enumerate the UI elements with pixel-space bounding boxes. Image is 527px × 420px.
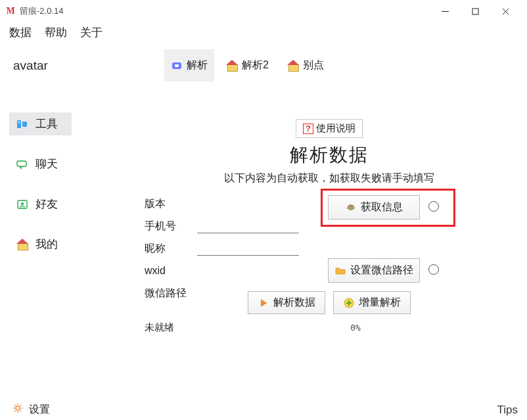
menu-help[interactable]: 帮助	[42, 24, 70, 41]
tools-icon	[16, 118, 29, 131]
sidebar-item-mine[interactable]: 我的	[9, 233, 72, 256]
sidebar-nav: 工具 聊天 好友	[9, 112, 118, 256]
main: avatar 工具 聊天	[0, 47, 527, 420]
get-info-button[interactable]: 获取信息	[328, 195, 420, 220]
set-wxpath-status-dot[interactable]	[428, 264, 439, 275]
set-wxpath-button[interactable]: 设置微信路径	[328, 258, 420, 283]
tab-parse2[interactable]: 解析2	[219, 49, 275, 82]
fingerprint-icon	[345, 202, 357, 214]
play-icon	[258, 297, 269, 309]
tab-label: 解析	[187, 58, 208, 72]
house-icon	[16, 238, 29, 251]
tips-link[interactable]: Tips	[497, 404, 518, 417]
status-row: 未就绪 0%	[145, 321, 514, 334]
settings-label: 设置	[29, 403, 50, 417]
menu-about[interactable]: 关于	[78, 24, 105, 41]
help-button[interactable]: ? 使用说明	[296, 119, 363, 138]
box-icon	[171, 60, 183, 72]
action-row: 解析数据 增量解析	[248, 291, 411, 314]
sidebar: avatar 工具 聊天	[0, 47, 118, 420]
label-wxpath: 微信路径	[145, 287, 197, 300]
get-info-label: 获取信息	[361, 200, 403, 214]
input-nickname[interactable]	[197, 241, 299, 256]
tabs: 解析 解析2 别点	[164, 49, 331, 82]
svg-point-5	[21, 202, 24, 205]
incremental-parse-button[interactable]: 增量解析	[333, 291, 411, 314]
label-version: 版本	[145, 197, 197, 211]
svg-rect-2	[22, 122, 27, 127]
sidebar-item-label: 工具	[35, 116, 58, 131]
friends-icon	[16, 198, 29, 211]
progress-text: 0%	[197, 323, 514, 333]
chat-icon	[16, 158, 29, 171]
tab-noclick[interactable]: 别点	[281, 49, 331, 82]
sidebar-item-tools[interactable]: 工具	[9, 112, 72, 135]
get-info-status-dot[interactable]	[428, 201, 439, 212]
folder-icon	[334, 265, 346, 277]
sidebar-item-chat[interactable]: 聊天	[9, 152, 72, 175]
content: 解析 解析2 别点 ? 使用说明 解析数据 以下内容为自动获取，如获取失败请手动…	[118, 47, 527, 420]
page-subheading: 以下内容为自动获取，如获取失败请手动填写	[224, 172, 434, 185]
question-icon: ?	[303, 124, 313, 134]
parse-data-label: 解析数据	[273, 296, 315, 310]
sidebar-item-label: 我的	[35, 237, 58, 252]
svg-rect-0	[472, 9, 478, 14]
titlebar: M 留痕-2.0.14	[0, 0, 527, 22]
maximize-button[interactable]	[460, 2, 490, 20]
sidebar-settings[interactable]: 设置	[12, 402, 50, 417]
svg-point-3	[18, 121, 20, 122]
parse-data-button[interactable]: 解析数据	[248, 291, 325, 314]
svg-rect-8	[175, 64, 179, 67]
page-heading: 解析数据	[290, 143, 369, 168]
house-icon	[226, 60, 238, 72]
gear-icon	[12, 402, 24, 417]
help-button-label: 使用说明	[316, 122, 355, 135]
row-nickname: 昵称	[145, 237, 514, 260]
sidebar-item-label: 聊天	[35, 156, 58, 172]
status-label: 未就绪	[145, 321, 197, 334]
label-nickname: 昵称	[145, 242, 197, 256]
svg-point-6	[16, 406, 20, 410]
close-button[interactable]	[490, 2, 520, 20]
menubar: 数据 帮助 关于	[0, 22, 527, 47]
window-title: 留痕-2.0.14	[20, 5, 63, 17]
sidebar-item-friends[interactable]: 好友	[9, 193, 72, 216]
tab-label: 解析2	[242, 58, 269, 72]
tab-label: 别点	[303, 58, 324, 72]
incremental-parse-label: 增量解析	[359, 296, 401, 310]
avatar-label: avatar	[13, 58, 118, 73]
tab-parse[interactable]: 解析	[164, 49, 214, 82]
minimize-button[interactable]	[430, 2, 460, 20]
plus-circle-icon	[343, 297, 355, 309]
set-wxpath-label: 设置微信路径	[350, 264, 413, 277]
sidebar-item-label: 好友	[35, 197, 58, 212]
label-wxid: wxid	[145, 265, 197, 277]
app-icon: M	[5, 6, 16, 16]
house-icon	[287, 60, 299, 72]
input-phone[interactable]	[197, 219, 299, 233]
menu-data[interactable]: 数据	[7, 24, 34, 41]
label-phone: 手机号	[145, 220, 197, 233]
